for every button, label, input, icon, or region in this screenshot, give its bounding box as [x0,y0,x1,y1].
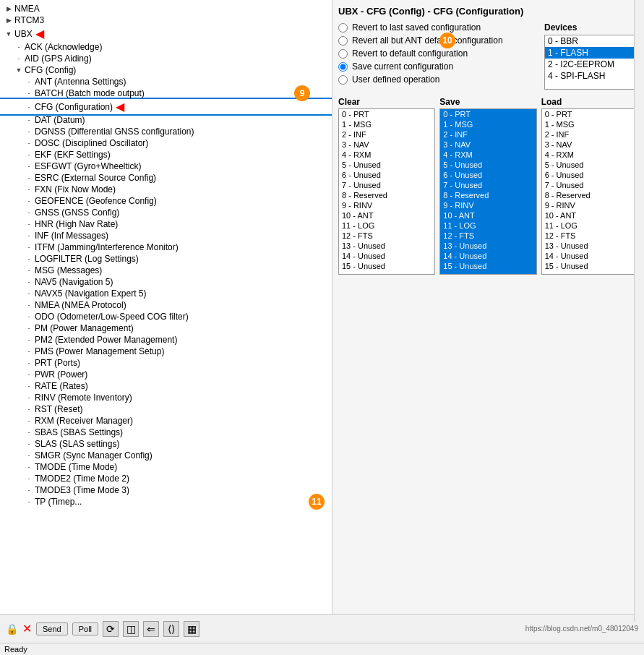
tree-item-navx5[interactable]: -NAVX5 (Navigation Expert 5) [0,288,332,299]
tree-item-ekf[interactable]: -EKF (EKF Settings) [0,149,332,160]
tree-item-pwr[interactable]: -PWR (Power) [0,369,332,380]
tree-item-tmode[interactable]: -TMODE (Time Mode) [0,461,332,473]
tree-item-esfgwt[interactable]: -ESFGWT (Gyro+Wheeltick) [0,160,332,172]
load-item-5[interactable]: 5 - Unused [542,160,637,170]
tree-item-cfg[interactable]: ▼CFG (Config) [0,64,332,76]
clear-item-4[interactable]: 4 - RXM [339,150,434,160]
clear-item-14[interactable]: 14 - Unused [339,251,434,261]
load-item-11[interactable]: 11 - LOG [542,221,637,231]
tree-item-nmea[interactable]: ▶NMEA [0,3,332,14]
clear-item-12[interactable]: 12 - FTS [339,231,434,241]
tree-item-tp[interactable]: -TP (Timep...11 [0,496,332,508]
icon4[interactable]: ⟨⟩ [163,621,179,637]
tree-item-logfilter[interactable]: -LOGFILTER (Log Settings) [0,253,332,265]
tree-item-sbas[interactable]: -SBAS (SBAS Settings) [0,427,332,438]
tree-item-msg[interactable]: -MSG (Messages) [0,265,332,276]
tree-item-rate[interactable]: -RATE (Rates) [0,380,332,392]
save-item-4[interactable]: 4 - RXM [440,150,536,160]
load-item-10[interactable]: 10 - ANT [542,210,637,221]
tree-item-itfm[interactable]: -ITFM (Jamming/Interference Monitor) [0,241,332,253]
save-item-13[interactable]: 13 - Unused [440,241,536,251]
tree-item-dat[interactable]: -DAT (Datum) [0,114,332,126]
save-item-3[interactable]: 3 - NAV [440,140,536,150]
save-item-14[interactable]: 14 - Unused [440,251,536,261]
tree-item-tmode3[interactable]: -TMODE3 (Time Mode 3) [0,484,332,496]
save-item-6[interactable]: 6 - Unused [440,170,536,180]
radio-save-current[interactable] [338,62,348,72]
load-item-9[interactable]: 9 - RINV [542,200,637,210]
device-item-flash[interactable]: 1 - FLASH [545,47,634,59]
tree-item-dosc[interactable]: -DOSC (Disciplined Oscillator) [0,137,332,149]
tree-item-rxm[interactable]: -RXM (Receiver Manager) [0,415,332,427]
save-item-15[interactable]: 15 - Unused [440,261,536,271]
tree-item-rst[interactable]: -RST (Reset) [0,403,332,415]
clear-list[interactable]: 0 - PRT1 - MSG2 - INF3 - NAV4 - RXM5 - U… [338,108,435,275]
load-item-13[interactable]: 13 - Unused [542,241,637,251]
load-item-6[interactable]: 6 - Unused [542,170,637,180]
devices-list[interactable]: 0 - BBR1 - FLASH2 - I2C-EEPROM4 - SPI-FL… [544,35,635,90]
tree-item-pm[interactable]: -PM (Power Management) [0,322,332,334]
load-item-2[interactable]: 2 - INF [542,129,637,140]
clear-item-0[interactable]: 0 - PRT [339,109,434,119]
tree-item-rinv[interactable]: -RINV (Remote Inventory) [0,392,332,403]
icon5[interactable]: ▦ [184,621,199,637]
load-item-15[interactable]: 15 - Unused [542,261,637,271]
poll-button[interactable]: Poll [72,622,98,635]
save-item-9[interactable]: 9 - RINV [440,200,536,210]
tree-item-ack[interactable]: -ACK (Acknowledge) [0,41,332,53]
radio-revert-ant[interactable] [338,36,348,46]
clear-item-8[interactable]: 8 - Reserved [339,190,434,200]
clear-item-15[interactable]: 15 - Unused [339,261,434,271]
save-item-0[interactable]: 0 - PRT [440,109,536,119]
radio-revert-default[interactable] [338,49,348,59]
close-icon[interactable]: ✕ [22,622,32,635]
load-item-4[interactable]: 4 - RXM [542,150,637,160]
tree-item-cfg_cfg[interactable]: -CFG (Configuration)◀ [0,99,332,114]
save-list[interactable]: 0 - PRT1 - MSG2 - INF3 - NAV4 - RXM5 - U… [439,108,536,275]
load-item-0[interactable]: 0 - PRT [542,109,637,119]
clear-item-1[interactable]: 1 - MSG [339,119,434,129]
clear-item-11[interactable]: 11 - LOG [339,221,434,231]
save-item-8[interactable]: 8 - Reserved [440,190,536,200]
save-item-2[interactable]: 2 - INF [440,129,536,140]
clear-item-5[interactable]: 5 - Unused [339,160,434,170]
clear-item-2[interactable]: 2 - INF [339,129,434,140]
tree-item-gnss[interactable]: -GNSS (GNSS Config) [0,207,332,218]
tree-item-pms[interactable]: -PMS (Power Management Setup) [0,346,332,357]
tree-item-nav5[interactable]: -NAV5 (Navigation 5) [0,276,332,288]
clear-item-13[interactable]: 13 - Unused [339,241,434,251]
load-item-3[interactable]: 3 - NAV [542,140,637,150]
tree-item-aid[interactable]: -AID (GPS Aiding) [0,53,332,64]
tree-item-geofence[interactable]: -GEOFENCE (Geofence Config) [0,195,332,207]
tree-item-smgr[interactable]: -SMGR (Sync Manager Config) [0,450,332,461]
tree-item-prt[interactable]: -PRT (Ports) [0,357,332,369]
tree-item-esrc[interactable]: -ESRC (External Source Config) [0,172,332,184]
tree-item-hnr[interactable]: -HNR (High Nav Rate) [0,218,332,230]
tree-item-inf[interactable]: -INF (Inf Messages) [0,230,332,241]
save-item-5[interactable]: 5 - Unused [440,160,536,170]
tree-item-dgnss[interactable]: -DGNSS (Differential GNSS configuration) [0,126,332,137]
clear-item-9[interactable]: 9 - RINV [339,200,434,210]
clear-item-10[interactable]: 10 - ANT [339,210,434,221]
save-item-11[interactable]: 11 - LOG [440,221,536,231]
tree-item-odo[interactable]: -ODO (Odometer/Low-Speed COG filter) [0,311,332,322]
clear-item-7[interactable]: 7 - Unused [339,180,434,190]
load-item-7[interactable]: 7 - Unused [542,180,637,190]
clear-item-3[interactable]: 3 - NAV [339,140,434,150]
send-button[interactable]: Send [36,622,68,635]
save-item-10[interactable]: 10 - ANT [440,210,536,221]
tree-item-rtcm3[interactable]: ▶RTCM3 [0,14,332,26]
load-item-14[interactable]: 14 - Unused [542,251,637,261]
tree-item-pm2[interactable]: -PM2 (Extended Power Management) [0,334,332,346]
icon2[interactable]: ◫ [123,621,139,637]
tree-item-ant[interactable]: -ANT (Antenna Settings) [0,76,332,87]
icon1[interactable]: ⟳ [103,621,119,637]
tree-item-slas[interactable]: -SLAS (SLAS settings) [0,438,332,450]
tree-item-ubx[interactable]: ▼UBX◀ [0,26,332,41]
icon3[interactable]: ⇐ [143,621,159,637]
save-item-7[interactable]: 7 - Unused [440,180,536,190]
tree-item-tmode2[interactable]: -TMODE2 (Time Mode 2) [0,473,332,484]
tree-item-nmea_cfg[interactable]: -NMEA (NMEA Protocol) [0,299,332,311]
load-item-8[interactable]: 8 - Reserved [542,190,637,200]
radio-user-defined[interactable] [338,75,348,85]
